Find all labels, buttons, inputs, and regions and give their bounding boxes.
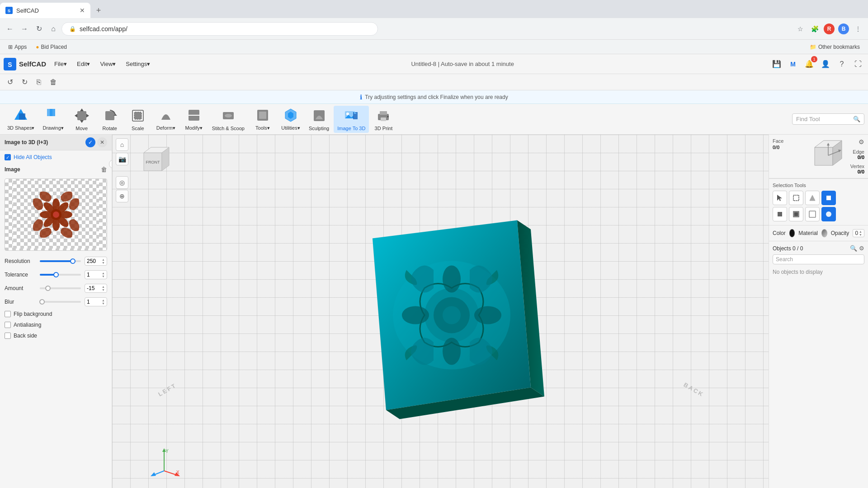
blur-spinner[interactable]: ▲▼ — [102, 299, 105, 305]
view-menu[interactable]: View▾ — [95, 59, 120, 69]
tool-deform[interactable]: Deform▾ — [152, 105, 179, 133]
tool-move[interactable]: Move — [68, 106, 95, 133]
material-swatch[interactable] — [821, 229, 827, 237]
other-bookmarks[interactable]: 📁 Other bookmarks — [807, 43, 863, 51]
amount-slider-thumb[interactable] — [45, 286, 51, 291]
viewport-home-button[interactable]: ⌂ — [116, 138, 128, 151]
tool-scale[interactable]: Scale — [124, 106, 151, 133]
objects-search-icon[interactable]: 🔍 — [850, 245, 857, 252]
hide-objects-checkbox[interactable]: ✓ — [5, 154, 11, 160]
tool-stitch-scoop[interactable]: Stitch & Scoop — [208, 106, 248, 133]
hide-objects-row[interactable]: ✓ Hide All Objects — [0, 150, 112, 164]
select-wireframe-button[interactable] — [805, 207, 820, 221]
apps-bookmark[interactable]: ⊞ Apps — [5, 43, 29, 51]
objects-gear-button[interactable]: ⚙ — [859, 245, 864, 252]
flip-background-row[interactable]: Flip background — [0, 309, 112, 319]
bid-placed-bookmark[interactable]: ● Bid Placed — [33, 43, 70, 51]
select-solid-button[interactable] — [821, 191, 836, 205]
delete-button[interactable]: 🗑 — [47, 76, 60, 89]
opacity-input[interactable]: 0 ▲▼ — [853, 229, 864, 237]
select-solid-3-button[interactable] — [789, 207, 803, 221]
cube-navigator[interactable]: FRONT — [135, 144, 171, 181]
help-button[interactable]: ? — [835, 58, 848, 70]
address-bar[interactable]: 🔒 selfcad.com/app/ — [61, 22, 378, 36]
tool-tools[interactable]: Tools▾ — [249, 105, 276, 133]
settings-menu[interactable]: Settings▾ — [121, 59, 155, 69]
search-objects-input[interactable]: Search — [773, 254, 864, 264]
select-face-button[interactable] — [805, 191, 820, 205]
blur-slider-thumb[interactable] — [39, 299, 45, 305]
image-delete-button[interactable]: 🗑 — [101, 166, 107, 173]
tolerance-label: Tolerance — [5, 272, 36, 278]
select-sphere-button[interactable] — [821, 207, 836, 221]
svg-marker-11 — [75, 114, 77, 117]
more-menu-button[interactable]: ⋮ — [852, 23, 864, 35]
tolerance-input[interactable]: 1 ▲▼ — [85, 270, 107, 279]
resolution-spinner[interactable]: ▲▼ — [102, 258, 105, 264]
resolution-slider-thumb[interactable] — [70, 258, 75, 264]
back-side-row[interactable]: Back side — [0, 330, 112, 341]
select-solid-2-button[interactable] — [773, 207, 787, 221]
edit-menu[interactable]: Edit▾ — [72, 59, 94, 69]
blur-input[interactable]: 1 ▲▼ — [85, 297, 107, 306]
refresh-button[interactable]: ↻ — [33, 23, 45, 35]
redo-button[interactable]: ↻ — [18, 76, 31, 89]
doc-title: Untitled-8 — [411, 61, 436, 67]
viewport-camera-button[interactable]: 📷 — [116, 153, 128, 165]
tool-modify[interactable]: Modify▾ — [180, 105, 208, 133]
user-button[interactable]: 👤 — [819, 58, 832, 70]
tool-3d-print[interactable]: 3D Print — [370, 106, 397, 133]
viewport-zoom-button[interactable]: ⊕ — [116, 190, 128, 202]
amount-input[interactable]: -15 ▲▼ — [85, 284, 107, 293]
panel-confirm-button[interactable]: ✓ — [85, 137, 95, 147]
tolerance-spinner[interactable]: ▲▼ — [102, 272, 105, 278]
monitor-button[interactable]: M — [787, 58, 799, 70]
3d-shapes-icon — [13, 107, 29, 123]
find-tool-input[interactable]: Find Tool 🔍 — [792, 113, 864, 125]
new-tab-button[interactable]: + — [92, 4, 105, 17]
opacity-spinner[interactable]: ▲▼ — [859, 230, 862, 236]
flip-background-checkbox[interactable] — [5, 311, 11, 317]
hide-objects-label: Hide All Objects — [14, 154, 52, 160]
back-button[interactable]: ← — [4, 23, 16, 35]
panel-close-button[interactable]: ✕ — [97, 137, 107, 147]
home-button[interactable]: ⌂ — [47, 23, 60, 35]
select-arrow-button[interactable] — [773, 191, 787, 205]
profile-button[interactable]: R — [823, 23, 835, 35]
tool-sculpting[interactable]: Sculpting — [305, 106, 333, 133]
forward-button[interactable]: → — [18, 23, 31, 35]
other-bookmarks-label: Other bookmarks — [818, 44, 860, 50]
browser-tab[interactable]: S SelfCAD ✕ — [0, 3, 90, 18]
tool-3d-shapes[interactable]: 3D Shapes▾ — [4, 105, 38, 133]
blur-label: Blur — [5, 299, 36, 305]
back-side-label: Back side — [14, 333, 37, 339]
tool-image-to-3d[interactable]: Image To 3D — [334, 106, 369, 133]
resolution-input[interactable]: 250 ▲▼ — [85, 257, 107, 266]
viewport[interactable]: ⌂ 📷 ◎ ⊕ FRONT — [112, 135, 769, 488]
tool-drawing[interactable]: Drawing▾ — [39, 105, 67, 133]
undo-button[interactable]: ↺ — [4, 76, 16, 89]
antialiasing-checkbox[interactable] — [5, 322, 11, 328]
tab-close-button[interactable]: ✕ — [80, 7, 85, 14]
image-preview — [5, 178, 107, 251]
select-box-button[interactable] — [789, 191, 803, 205]
file-menu[interactable]: File▾ — [50, 59, 71, 69]
resolution-value: 250 — [87, 258, 96, 264]
tool-utilities[interactable]: Utilities▾ — [277, 105, 304, 133]
back-side-checkbox[interactable] — [5, 333, 11, 339]
tool-rotate[interactable]: Rotate — [96, 106, 123, 133]
star-button[interactable]: ☆ — [794, 23, 807, 35]
profile-button-2[interactable]: B — [837, 23, 850, 35]
viewport-orbit-button[interactable]: ◎ — [116, 176, 128, 189]
copy-button[interactable]: ⎘ — [33, 76, 45, 89]
fullscreen-button[interactable]: ⛶ — [852, 58, 864, 70]
blur-row: Blur 1 ▲▼ — [0, 295, 112, 309]
save-button[interactable]: 💾 — [770, 58, 783, 70]
antialiasing-row[interactable]: Antialiasing — [0, 319, 112, 330]
amount-spinner[interactable]: ▲▼ — [102, 285, 105, 291]
color-swatch[interactable] — [789, 229, 795, 237]
extension-button[interactable]: 🧩 — [808, 23, 821, 35]
gear-right-button[interactable]: ⚙ — [859, 138, 864, 145]
cube-3d-viewer — [808, 138, 849, 174]
tolerance-slider-thumb[interactable] — [53, 272, 59, 277]
